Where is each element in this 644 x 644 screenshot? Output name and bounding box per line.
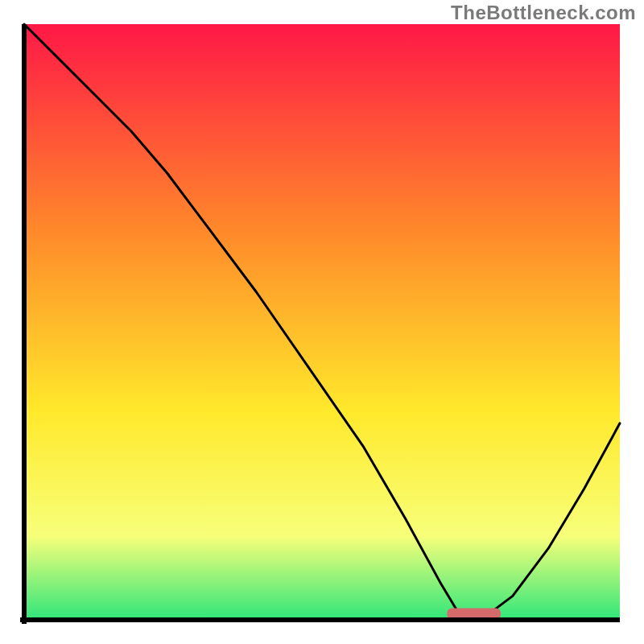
plot-area xyxy=(24,24,620,620)
bottleneck-chart xyxy=(0,0,644,644)
watermark-text: TheBottleneck.com xyxy=(451,2,636,24)
